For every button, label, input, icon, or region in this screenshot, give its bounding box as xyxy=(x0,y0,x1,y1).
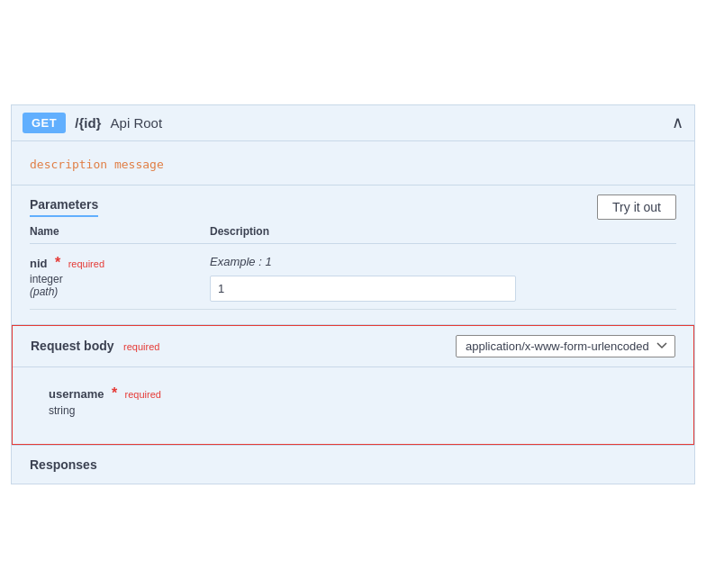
param-type: integer xyxy=(30,273,210,285)
field-row-username: username * required string xyxy=(49,385,657,417)
field-type: string xyxy=(49,404,657,417)
try-it-out-button[interactable]: Try it out xyxy=(597,194,676,220)
description-text: description message xyxy=(30,158,164,171)
content-type-select[interactable]: application/x-www-form-urlencoded multip… xyxy=(456,335,675,357)
required-star: * xyxy=(55,255,60,270)
request-body-title-row: Request body required xyxy=(31,338,159,354)
parameters-tab[interactable]: Parameters xyxy=(30,197,98,217)
api-header-left: GET /{id} Api Root xyxy=(23,113,162,133)
responses-title: Responses xyxy=(30,457,97,472)
param-name: nid xyxy=(30,257,48,270)
description-section: description message xyxy=(12,141,694,185)
request-body-content: username * required string xyxy=(13,367,693,444)
request-body-required: required xyxy=(123,341,159,352)
api-container: GET /{id} Api Root ∧ description message… xyxy=(11,104,695,484)
method-badge: GET xyxy=(23,113,66,133)
api-path: /{id} Api Root xyxy=(75,115,162,131)
param-location: (path) xyxy=(30,285,210,298)
example-text: Example : 1 xyxy=(210,255,676,268)
col-name-header: Name xyxy=(30,225,210,238)
request-body-title: Request body xyxy=(31,339,114,353)
param-name-cell: nid * required integer (path) xyxy=(30,255,210,298)
param-nid-input[interactable] xyxy=(210,276,516,302)
field-required-label: required xyxy=(125,389,161,400)
param-name-line: nid * required xyxy=(30,255,210,271)
request-body-header: Request body required application/x-www-… xyxy=(13,326,693,367)
parameters-header: Parameters Try it out xyxy=(30,185,676,220)
api-title: Api Root xyxy=(111,115,163,131)
api-header: GET /{id} Api Root ∧ xyxy=(12,105,694,141)
params-table-header: Name Description xyxy=(30,220,676,244)
responses-section: Responses xyxy=(12,445,694,484)
parameters-section: Parameters Try it out Name Description n… xyxy=(12,185,694,325)
required-label: required xyxy=(68,258,104,269)
collapse-icon[interactable]: ∧ xyxy=(672,113,683,132)
param-description-cell: Example : 1 xyxy=(210,255,676,302)
param-row-nid: nid * required integer (path) Example : … xyxy=(30,244,676,310)
request-body-section: Request body required application/x-www-… xyxy=(12,325,694,445)
field-name-line: username * required xyxy=(49,385,657,402)
field-required-star: * xyxy=(112,385,117,401)
field-name: username xyxy=(49,387,104,401)
col-description-header: Description xyxy=(210,225,676,238)
api-path-text: /{id} xyxy=(75,115,101,131)
